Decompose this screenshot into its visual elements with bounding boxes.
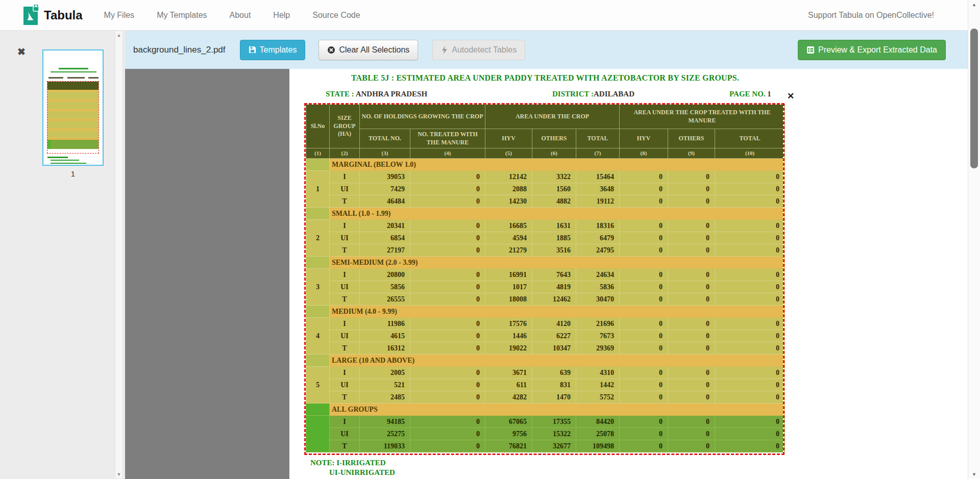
nav-item-about[interactable]: About [230, 11, 251, 20]
selection-close-icon[interactable]: ✕ [787, 91, 794, 102]
autodetect-tables-button[interactable]: Autodetect Tables [432, 40, 525, 60]
clear-all-selections-label: Clear All Selections [339, 45, 409, 55]
pdf-viewer: TABLE 5J : ESTIMATED AREA UNDER PADDY TR… [125, 69, 980, 479]
pdf-table-title: TABLE 5J : ESTIMATED AREA UNDER PADDY TR… [306, 73, 785, 83]
thumb-title-line [59, 68, 88, 69]
thumb-note-line [51, 163, 86, 164]
thumb-table-preview [47, 81, 99, 154]
autodetect-tables-label: Autodetect Tables [452, 45, 517, 55]
nav-menu: My Files My Templates About Help Source … [104, 11, 360, 20]
nav-item-source-code[interactable]: Source Code [312, 11, 360, 20]
nav-item-my-templates[interactable]: My Templates [157, 11, 207, 20]
nav-item-help[interactable]: Help [273, 11, 290, 20]
support-link[interactable]: Support Tabula on OpenCollective! [808, 11, 934, 20]
save-icon [249, 46, 256, 54]
scroll-up-arrow[interactable]: ▲ [968, 2, 980, 7]
page-thumbnail-sidebar: ✖ 1 ▲ ▼ [0, 31, 125, 479]
thumb-note-line [47, 157, 68, 158]
sidebar-scrollbar[interactable]: ▲ ▼ [115, 31, 123, 479]
scroll-up-arrow[interactable]: ▲ [115, 33, 122, 38]
table-list-icon [806, 46, 815, 54]
remove-circle-icon [327, 46, 335, 54]
thumb-note-line [51, 160, 79, 161]
flash-icon [441, 46, 448, 54]
window-scrollbar[interactable]: ▲ ▼ [968, 0, 980, 479]
filename-label: background_lines_2.pdf [133, 45, 226, 55]
preview-export-label: Preview & Export Extracted Data [818, 45, 937, 55]
brand-title: Tabula [44, 8, 83, 22]
scroll-down-arrow[interactable]: ▼ [115, 472, 122, 477]
page-no-field: PAGE NO. 1 [729, 90, 771, 98]
district-field: DISTRICT :ADILABAD [552, 90, 634, 98]
thumb-title-line [51, 71, 96, 72]
thumbnail-page-number: 1 [42, 169, 104, 178]
table-selection-box[interactable] [304, 103, 785, 455]
tabula-logo-icon [22, 5, 40, 26]
pdf-note-line-1: NOTE: I-IRRIGATED [310, 459, 386, 467]
thumb-meta-line [48, 77, 99, 79]
scrollbar-thumb[interactable] [970, 29, 978, 168]
viewer-gray-background [125, 69, 289, 479]
templates-button[interactable]: Templates [240, 40, 306, 60]
templates-button-label: Templates [260, 45, 297, 55]
preview-export-button[interactable]: Preview & Export Extracted Data [798, 40, 946, 60]
navbar: Tabula My Files My Templates About Help … [0, 0, 980, 31]
scroll-down-arrow[interactable]: ▼ [968, 472, 980, 477]
page-thumbnail[interactable] [42, 49, 104, 166]
pdf-note-line-2: UI-UNIRRIGATED [329, 468, 395, 477]
clear-all-selections-button[interactable]: Clear All Selections [318, 40, 418, 60]
toolbar: background_lines_2.pdf Templates Clear A… [125, 31, 968, 69]
pdf-meta-line: STATE : ANDHRA PRADESH DISTRICT :ADILABA… [306, 90, 785, 100]
remove-page-icon[interactable]: ✖ [17, 46, 26, 58]
nav-item-my-files[interactable]: My Files [104, 11, 135, 20]
state-field: STATE : ANDHRA PRADESH [326, 90, 427, 98]
